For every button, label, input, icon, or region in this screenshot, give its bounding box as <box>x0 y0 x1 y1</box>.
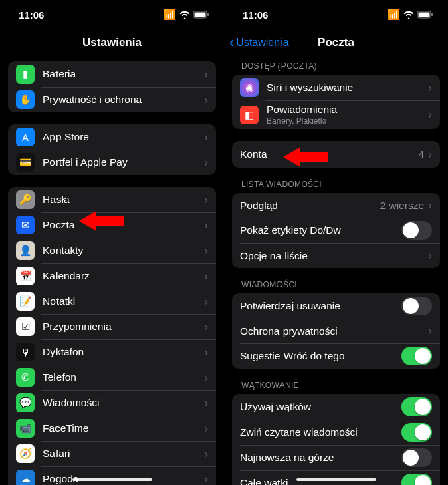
phone-mail-settings: 11:06 📶 ‹ Ustawienia Poczta DOSTĘP (POCZ… <box>224 0 448 485</box>
signal-icon: 📶 <box>387 9 400 21</box>
settings-row-telefon[interactable]: ✆Telefon› <box>8 365 216 390</box>
svg-rect-6 <box>431 13 433 16</box>
toggle[interactable] <box>401 221 432 240</box>
row-notifications[interactable]: ◧ Powiadomienia Banery, Plakietki › <box>232 100 440 129</box>
row-label: Podgląd <box>240 200 380 212</box>
app-icon: 🔑 <box>16 190 35 209</box>
chevron-right-icon: › <box>204 472 208 486</box>
row-label: Wiadomości <box>43 397 204 409</box>
app-icon: 💬 <box>16 393 35 412</box>
chevron-left-icon: ‹ <box>229 34 234 51</box>
section-header-access: DOSTĘP (POCZTA) <box>232 61 440 75</box>
settings-row-pogoda[interactable]: ☁Pogoda› <box>8 466 216 485</box>
toggle[interactable] <box>401 297 432 315</box>
toggle[interactable] <box>401 474 432 485</box>
settings-row-bateria[interactable]: ▮Bateria› <box>8 61 216 87</box>
row-label: FaceTime <box>43 422 204 434</box>
app-icon: A <box>16 128 35 146</box>
app-icon: 📝 <box>16 292 35 311</box>
battery-icon <box>193 9 209 21</box>
chevron-right-icon: › <box>204 447 208 461</box>
nav-header: ‹ Ustawienia Poczta <box>224 29 448 56</box>
settings-row-dyktafon[interactable]: 🎙Dyktafon› <box>8 339 216 365</box>
row-label: Kontakty <box>43 245 204 257</box>
row-full-threads[interactable]: Całe wątki <box>232 470 440 485</box>
chevron-right-icon: › <box>204 193 208 207</box>
settings-row-kontakty[interactable]: 👤Kontakty› <box>8 238 216 263</box>
section-header-threading: WĄTKOWANIE <box>232 381 440 394</box>
status-time: 11:06 <box>243 9 268 21</box>
toggle[interactable] <box>401 448 432 467</box>
status-time: 11:06 <box>19 9 44 21</box>
toggle[interactable] <box>401 423 432 442</box>
settings-row-app-store[interactable]: AApp Store› <box>8 124 216 150</box>
status-indicators: 📶 <box>387 9 433 21</box>
chevron-right-icon: › <box>428 324 432 338</box>
chevron-right-icon: › <box>204 295 208 309</box>
chevron-right-icon: › <box>428 108 432 122</box>
back-button[interactable]: ‹ Ustawienia <box>229 34 289 51</box>
app-icon: ☁ <box>16 470 35 485</box>
row-newest-top[interactable]: Najnowsza na górze <box>232 445 440 470</box>
row-confirm-delete[interactable]: Potwierdzaj usuwanie <box>232 293 440 319</box>
status-bar: 11:06 📶 <box>0 0 224 29</box>
chevron-right-icon: › <box>204 130 208 144</box>
app-icon: ☑ <box>16 317 35 336</box>
settings-row-safari[interactable]: 🧭Safari› <box>8 441 216 466</box>
row-label: Poczta <box>43 219 204 231</box>
row-label: Ochrona prywatności <box>240 325 428 337</box>
home-indicator[interactable] <box>296 478 376 481</box>
row-label: Najnowsza na górze <box>240 452 401 464</box>
app-icon: ✉ <box>16 216 35 234</box>
settings-row-prywatno-i-ochrona[interactable]: ✋Prywatność i ochrona› <box>8 87 216 112</box>
section-header-list: LISTA WIADOMOŚCI <box>232 180 440 193</box>
settings-row-notatki[interactable]: 📝Notatki› <box>8 289 216 314</box>
bell-icon: ◧ <box>240 106 259 124</box>
row-label: App Store <box>43 131 204 143</box>
app-icon: 🧭 <box>16 444 35 463</box>
row-show-labels[interactable]: Pokaż etykiety Do/Dw <box>232 218 440 243</box>
section-header-messages: WIADOMOŚCI <box>232 280 440 293</box>
row-label: Przypomnienia <box>43 321 204 333</box>
chevron-right-icon: › <box>204 422 208 436</box>
settings-row-facetime[interactable]: 📹FaceTime› <box>8 416 216 441</box>
settings-row-wiadomo-ci[interactable]: 💬Wiadomości› <box>8 390 216 416</box>
toggle[interactable] <box>401 347 432 365</box>
settings-row-kalendarz[interactable]: 📅Kalendarz› <box>8 263 216 289</box>
chevron-right-icon: › <box>428 198 432 212</box>
chevron-right-icon: › <box>204 320 208 334</box>
wifi-icon <box>179 9 190 21</box>
settings-row-has-a[interactable]: 🔑Hasła› <box>8 187 216 212</box>
app-icon: ✆ <box>16 368 35 387</box>
row-label: Używaj wątków <box>240 401 401 413</box>
row-value: 4 <box>418 148 424 160</box>
app-icon: 🎙 <box>16 343 35 361</box>
app-icon: 📹 <box>16 419 35 438</box>
settings-row-portfel-i-apple-pay[interactable]: 💳Portfel i Apple Pay› <box>8 150 216 175</box>
settings-row-poczta[interactable]: ✉Poczta› <box>8 212 216 238</box>
chevron-right-icon: › <box>204 345 208 359</box>
svg-rect-2 <box>207 13 209 16</box>
row-collapse-read[interactable]: Zwiń czytane wiadomości <box>232 420 440 445</box>
row-label: Telefon <box>43 371 204 383</box>
siri-icon: ◉ <box>240 78 259 97</box>
home-indicator[interactable] <box>72 478 152 481</box>
row-accounts[interactable]: Konta 4 › <box>232 141 440 168</box>
row-siri[interactable]: ◉ Siri i wyszukiwanie › <box>232 75 440 100</box>
app-icon: ✋ <box>16 90 35 109</box>
row-label: Prywatność i ochrona <box>43 94 204 106</box>
toggle[interactable] <box>401 397 432 416</box>
svg-rect-5 <box>419 12 430 17</box>
signal-icon: 📶 <box>163 9 176 21</box>
row-preview[interactable]: Podgląd 2 wiersze › <box>232 193 440 218</box>
settings-row-przypomnienia[interactable]: ☑Przypomnienia› <box>8 314 216 339</box>
row-list-options[interactable]: Opcje na liście › <box>232 243 440 268</box>
chevron-right-icon: › <box>428 81 432 95</box>
chevron-right-icon: › <box>204 67 208 82</box>
row-suggestions[interactable]: Sugestie Wróć do tego <box>232 343 440 369</box>
row-use-threads[interactable]: Używaj wątków <box>232 394 440 420</box>
row-label: Hasła <box>43 194 204 206</box>
chevron-right-icon: › <box>428 249 432 263</box>
row-privacy[interactable]: Ochrona prywatności › <box>232 319 440 343</box>
row-label: Portfel i Apple Pay <box>43 156 204 168</box>
